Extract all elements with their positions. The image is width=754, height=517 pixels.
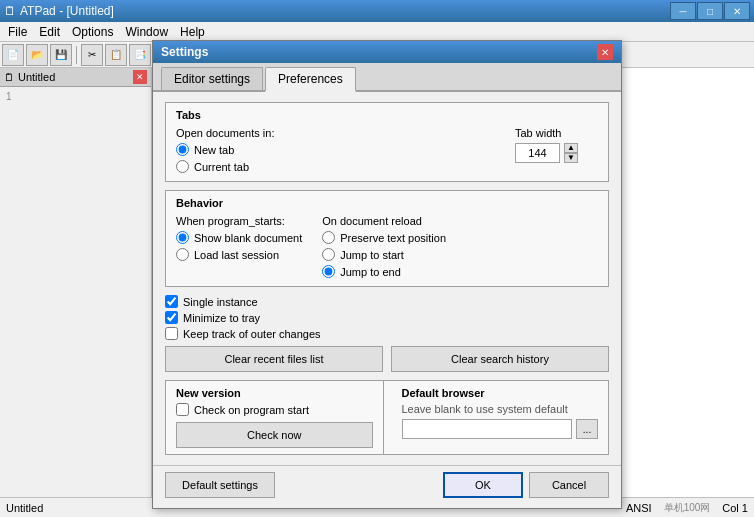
tab-width-group: ▲ ▼ <box>515 143 578 163</box>
tab-width-spinner: ▲ ▼ <box>564 143 578 163</box>
current-tab-label: Current tab <box>194 161 249 173</box>
minimize-tray-row: Minimize to tray <box>165 311 609 324</box>
tab-width-label: Tab width <box>515 127 561 139</box>
when-starts-label: When program_starts: <box>176 215 302 227</box>
jump-start-label: Jump to start <box>340 249 404 261</box>
leave-blank-label: Leave blank to use system default <box>402 403 599 415</box>
browse-button[interactable]: ... <box>576 419 598 439</box>
default-settings-button[interactable]: Default settings <box>165 472 275 498</box>
minimize-tray-label: Minimize to tray <box>183 312 260 324</box>
open-docs-label: Open documents in: <box>176 127 274 139</box>
jump-start-row: Jump to start <box>322 248 446 261</box>
new-version-label: New version <box>176 387 373 399</box>
tab-editor-settings[interactable]: Editor settings <box>161 67 263 90</box>
default-browser-label: Default browser <box>402 387 599 399</box>
reload-col: On document reload Preserve text positio… <box>322 215 446 278</box>
load-last-label: Load last session <box>194 249 279 261</box>
open-docs-row: Open documents in: <box>176 127 274 139</box>
current-tab-row: Current tab <box>176 160 274 173</box>
reload-label: On document reload <box>322 215 446 227</box>
dialog-overlay: Settings ✕ Editor settings Preferences T… <box>0 0 754 517</box>
dialog-title-bar: Settings ✕ <box>153 41 621 63</box>
dialog-title: Settings <box>161 45 208 59</box>
dialog-footer: Default settings OK Cancel <box>153 465 621 508</box>
cancel-button[interactable]: Cancel <box>529 472 609 498</box>
new-tab-radio[interactable] <box>176 143 189 156</box>
browse-row: ... <box>402 419 599 439</box>
jump-start-radio[interactable] <box>322 248 335 261</box>
tab-width-up[interactable]: ▲ <box>564 143 578 153</box>
check-on-start-row: Check on program start <box>176 403 373 416</box>
tabs-section: Tabs Open documents in: New tab Current … <box>165 102 609 182</box>
tab-preferences[interactable]: Preferences <box>265 67 356 92</box>
load-last-radio[interactable] <box>176 248 189 261</box>
show-blank-label: Show blank document <box>194 232 302 244</box>
checkboxes-section: Single instance Minimize to tray Keep tr… <box>165 295 609 340</box>
dialog-close-button[interactable]: ✕ <box>597 44 613 60</box>
keep-track-checkbox[interactable] <box>165 327 178 340</box>
tab-width-down[interactable]: ▼ <box>564 153 578 163</box>
minimize-tray-checkbox[interactable] <box>165 311 178 324</box>
clear-recent-button[interactable]: Clear recent files list <box>165 346 383 372</box>
program-starts-col: When program_starts: Show blank document… <box>176 215 302 278</box>
check-on-start-label: Check on program start <box>194 404 309 416</box>
jump-end-row: Jump to end <box>322 265 446 278</box>
version-browser-section: New version Check on program start Check… <box>165 380 609 455</box>
settings-dialog: Settings ✕ Editor settings Preferences T… <box>152 40 622 509</box>
default-browser-col: Default browser Leave blank to use syste… <box>392 381 609 454</box>
clear-buttons-row: Clear recent files list Clear search his… <box>165 346 609 372</box>
behavior-section: Behavior When program_starts: Show blank… <box>165 190 609 287</box>
tab-bar: Editor settings Preferences <box>153 63 621 92</box>
single-instance-row: Single instance <box>165 295 609 308</box>
check-on-start-checkbox[interactable] <box>176 403 189 416</box>
tab-width-input[interactable] <box>515 143 560 163</box>
preserve-row: Preserve text position <box>322 231 446 244</box>
current-tab-radio[interactable] <box>176 160 189 173</box>
show-blank-row: Show blank document <box>176 231 302 244</box>
dialog-body: Tabs Open documents in: New tab Current … <box>153 92 621 465</box>
preserve-radio[interactable] <box>322 231 335 244</box>
new-tab-row: New tab <box>176 143 274 156</box>
single-instance-checkbox[interactable] <box>165 295 178 308</box>
single-instance-label: Single instance <box>183 296 258 308</box>
tabs-section-label: Tabs <box>176 109 598 121</box>
jump-end-radio[interactable] <box>322 265 335 278</box>
jump-end-label: Jump to end <box>340 266 401 278</box>
keep-track-row: Keep track of outer changes <box>165 327 609 340</box>
browser-path-input[interactable] <box>402 419 573 439</box>
ok-button[interactable]: OK <box>443 472 523 498</box>
preserve-label: Preserve text position <box>340 232 446 244</box>
show-blank-radio[interactable] <box>176 231 189 244</box>
new-version-col: New version Check on program start Check… <box>166 381 384 454</box>
behavior-label: Behavior <box>176 197 598 209</box>
new-tab-label: New tab <box>194 144 234 156</box>
load-last-row: Load last session <box>176 248 302 261</box>
clear-history-button[interactable]: Clear search history <box>391 346 609 372</box>
keep-track-label: Keep track of outer changes <box>183 328 321 340</box>
check-now-button[interactable]: Check now <box>176 422 373 448</box>
